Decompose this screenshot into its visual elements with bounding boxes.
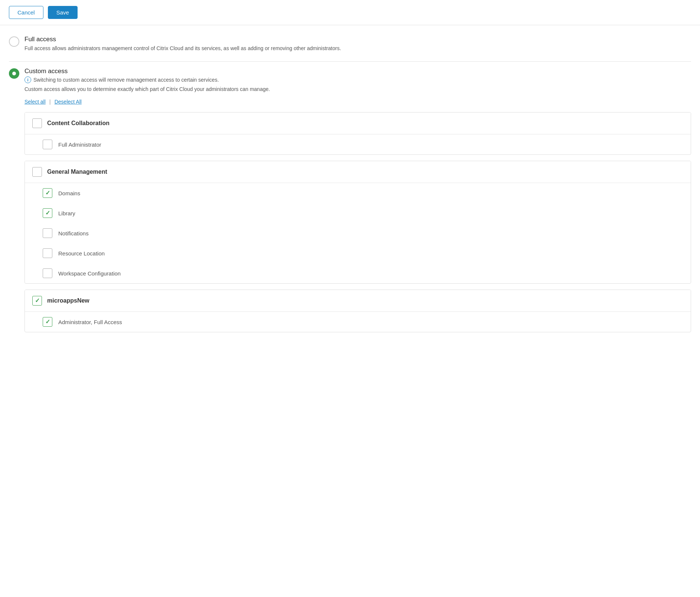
workspace-configuration-label: Workspace Configuration [58, 270, 121, 277]
content-collaboration-title: Content Collaboration [47, 120, 109, 127]
general-management-checkbox[interactable] [32, 167, 42, 177]
full-access-title: Full access [24, 36, 691, 43]
custom-access-content: Custom access i Switching to custom acce… [24, 68, 691, 338]
custom-access-title: Custom access [24, 68, 691, 75]
checkmark-icon: ✓ [45, 319, 50, 325]
select-all-link[interactable]: Select all [24, 99, 46, 105]
general-management-items: ✓ Domains ✓ Library Notificati [25, 183, 691, 283]
toolbar: Cancel Save [0, 0, 700, 25]
administrator-full-access-label: Administrator, Full Access [58, 319, 122, 325]
content-collaboration-checkbox[interactable] [32, 118, 42, 128]
section-microapps-new: ✓ microappsNew ✓ Administrator, Full Acc… [24, 290, 691, 332]
microapps-new-checkbox[interactable]: ✓ [32, 296, 42, 306]
section-header-microapps-new: ✓ microappsNew [25, 290, 691, 311]
cancel-button[interactable]: Cancel [9, 6, 43, 19]
full-access-content: Full access Full access allows administr… [24, 36, 691, 52]
full-access-description: Full access allows administrators manage… [24, 45, 691, 52]
main-content: Full access Full access allows administr… [0, 25, 700, 358]
custom-access-warning: i Switching to custom access will remove… [24, 76, 691, 83]
list-item: Resource Location [25, 243, 691, 263]
section-header-content-collaboration: Content Collaboration [25, 112, 691, 134]
list-item: Workspace Configuration [25, 263, 691, 283]
full-administrator-checkbox[interactable] [43, 140, 52, 149]
checkmark-icon: ✓ [35, 298, 40, 304]
domains-checkbox[interactable]: ✓ [43, 188, 52, 198]
library-checkbox[interactable]: ✓ [43, 208, 52, 218]
list-item: Full Administrator [25, 134, 691, 154]
resource-location-checkbox[interactable] [43, 248, 52, 258]
full-access-radio[interactable] [9, 36, 19, 47]
info-icon: i [24, 76, 31, 83]
checkmark-icon: ✓ [45, 190, 50, 196]
domains-label: Domains [58, 190, 80, 196]
general-management-title: General Management [47, 169, 107, 175]
custom-access-option: Custom access i Switching to custom acce… [9, 68, 691, 338]
list-item: ✓ Domains [25, 183, 691, 203]
link-separator: | [49, 98, 51, 105]
notifications-checkbox[interactable] [43, 228, 52, 238]
sections-container: Content Collaboration Full Administrator… [24, 112, 691, 332]
section-content-collaboration: Content Collaboration Full Administrator [24, 112, 691, 155]
notifications-label: Notifications [58, 230, 89, 236]
custom-access-warning-text: Switching to custom access will remove m… [33, 77, 219, 83]
custom-access-radio[interactable] [9, 68, 19, 79]
checkmark-icon: ✓ [45, 210, 50, 216]
administrator-full-access-checkbox[interactable]: ✓ [43, 317, 52, 327]
microapps-new-items: ✓ Administrator, Full Access [25, 311, 691, 332]
deselect-all-link[interactable]: Deselect All [55, 99, 82, 105]
divider-access [9, 61, 691, 62]
list-item: Notifications [25, 223, 691, 243]
custom-access-description: Custom access allows you to determine ex… [24, 85, 691, 93]
library-label: Library [58, 210, 75, 216]
workspace-configuration-checkbox[interactable] [43, 268, 52, 278]
select-links: Select all | Deselect All [24, 98, 691, 105]
list-item: ✓ Library [25, 203, 691, 223]
save-button[interactable]: Save [48, 6, 78, 19]
microapps-new-title: microappsNew [47, 297, 89, 304]
full-administrator-label: Full Administrator [58, 141, 101, 148]
content-collaboration-items: Full Administrator [25, 134, 691, 154]
resource-location-label: Resource Location [58, 250, 105, 257]
section-general-management: General Management ✓ Domains ✓ [24, 161, 691, 284]
full-access-option: Full access Full access allows administr… [9, 36, 691, 52]
section-header-general-management: General Management [25, 161, 691, 183]
list-item: ✓ Administrator, Full Access [25, 312, 691, 332]
